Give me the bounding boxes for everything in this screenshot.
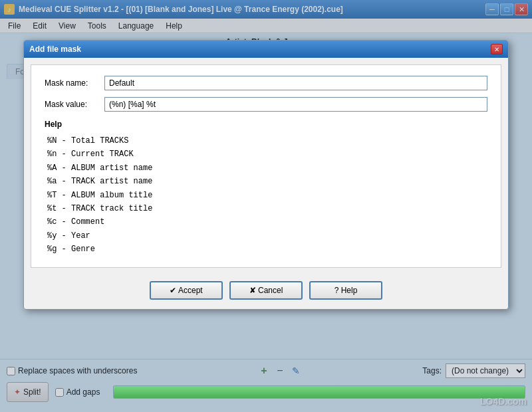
accept-button[interactable]: ✔ Accept (150, 281, 223, 300)
mask-value-input[interactable] (104, 97, 487, 112)
dialog-title: Add file mask (29, 45, 81, 54)
help-item-5: %t - TRACK track title (45, 202, 487, 215)
mask-value-row: Mask value: (45, 97, 487, 112)
mask-value-label: Mask value: (45, 100, 104, 109)
dialog-title-bar: Add file mask ✕ (24, 41, 508, 58)
help-item-7: %y - Year (45, 229, 487, 243)
help-section: Help %N - Total TRACKS %n - Current TRAC… (45, 120, 487, 257)
help-button[interactable]: ? Help (309, 281, 382, 300)
help-item-2: %A - ALBUM artist name (45, 161, 487, 175)
mask-name-label: Mask name: (45, 78, 104, 88)
help-item-3: %a - TRACK artist name (45, 175, 487, 188)
help-item-8: %g - Genre (45, 243, 487, 256)
mask-name-row: Mask name: (45, 76, 487, 90)
modal-overlay: Add file mask ✕ Mask name: Mask value: H… (0, 0, 532, 412)
help-item-6: %c - Comment (45, 215, 487, 229)
help-title: Help (45, 120, 487, 129)
dialog-buttons: ✔ Accept ✘ Cancel ? Help (24, 274, 508, 309)
dialog-close-button[interactable]: ✕ (491, 44, 503, 54)
help-item-4: %T - ALBUM album title (45, 189, 487, 202)
dialog-content: Mask name: Mask value: Help %N - Total T… (31, 64, 501, 268)
cancel-button[interactable]: ✘ Cancel (229, 281, 303, 300)
mask-name-input[interactable] (104, 76, 487, 90)
help-item-0: %N - Total TRACKS (45, 134, 487, 148)
help-item-1: %n - Current TRACK (45, 148, 487, 161)
add-file-mask-dialog: Add file mask ✕ Mask name: Mask value: H… (23, 40, 509, 310)
